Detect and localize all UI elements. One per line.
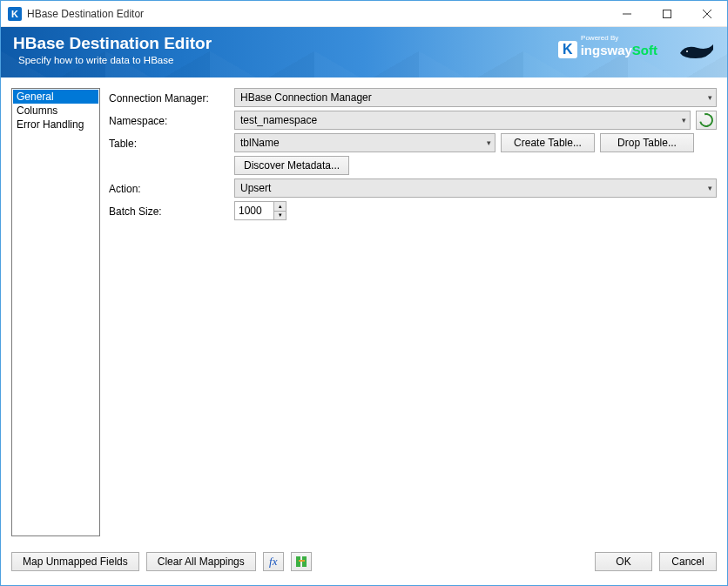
app-icon: K: [8, 7, 22, 21]
svg-rect-1: [664, 10, 671, 17]
svg-point-4: [686, 51, 688, 52]
form-panel: Connection Manager: HBase Connection Man…: [109, 88, 717, 536]
footer: Map Unmapped Fields Clear All Mappings f…: [1, 547, 727, 585]
banner: HBase Destination Editor Specify how to …: [1, 27, 727, 77]
column-mapping-button[interactable]: [291, 552, 312, 571]
clear-all-mappings-button[interactable]: Clear All Mappings: [146, 552, 256, 571]
whale-icon: [678, 41, 715, 64]
content: General Columns Error Handling Connectio…: [1, 77, 727, 547]
namespace-value: test_namespace: [240, 114, 317, 126]
chevron-down-icon: ▾: [682, 116, 686, 125]
maximize-button[interactable]: [647, 1, 687, 27]
connection-manager-value: HBase Connection Manager: [240, 91, 372, 104]
cancel-button[interactable]: Cancel: [659, 552, 717, 571]
nav-item-error-handling[interactable]: Error Handling: [13, 118, 98, 131]
minimize-button[interactable]: [607, 1, 647, 27]
namespace-dropdown[interactable]: test_namespace ▾: [234, 111, 691, 130]
maximize-icon: [663, 10, 671, 18]
nav-list[interactable]: General Columns Error Handling: [11, 88, 100, 536]
create-table-button[interactable]: Create Table...: [501, 133, 595, 152]
batch-size-value: 1000: [239, 205, 262, 217]
refresh-namespace-button[interactable]: [696, 111, 717, 130]
connection-manager-dropdown[interactable]: HBase Connection Manager ▾: [234, 88, 717, 107]
batch-size-label: Batch Size:: [109, 204, 229, 218]
action-value: Upsert: [240, 182, 271, 194]
map-unmapped-fields-button[interactable]: Map Unmapped Fields: [11, 552, 139, 571]
chevron-down-icon: ▾: [708, 184, 712, 192]
action-dropdown[interactable]: Upsert ▾: [234, 178, 717, 198]
table-value: tblName: [240, 137, 280, 149]
close-icon: [703, 10, 711, 18]
titlebar: K HBase Destination Editor: [1, 1, 727, 27]
action-label: Action:: [109, 181, 229, 195]
mapping-icon: [296, 556, 307, 567]
spin-up-icon[interactable]: ▴: [274, 202, 286, 212]
window-title: HBase Destination Editor: [27, 8, 144, 20]
ok-button[interactable]: OK: [595, 552, 652, 571]
discover-metadata-button[interactable]: Discover Metadata...: [234, 156, 349, 175]
table-dropdown[interactable]: tblName ▾: [234, 133, 495, 152]
chevron-down-icon: ▾: [487, 138, 491, 147]
close-button[interactable]: [687, 1, 727, 27]
namespace-label: Namespace:: [109, 113, 229, 127]
brand-text: ingswaySoft: [581, 44, 657, 57]
fx-icon: fx: [269, 555, 277, 569]
spacer: [109, 165, 229, 166]
chevron-down-icon: ▾: [708, 93, 712, 102]
nav-item-general[interactable]: General: [13, 90, 98, 104]
minimize-icon: [623, 10, 631, 18]
brand-k-icon: K: [558, 41, 577, 58]
spin-down-icon[interactable]: ▾: [274, 212, 286, 220]
conn-label: Connection Manager:: [109, 91, 229, 104]
drop-table-button[interactable]: Drop Table...: [600, 133, 694, 152]
refresh-icon: [699, 113, 713, 127]
table-label: Table:: [109, 136, 229, 150]
batch-size-input[interactable]: 1000 ▴ ▾: [234, 201, 286, 220]
nav-item-columns[interactable]: Columns: [13, 104, 98, 118]
powered-by-label: Powered By: [581, 35, 618, 42]
brand-logo: K Powered By ingswaySoft: [558, 41, 657, 58]
expression-button[interactable]: fx: [263, 552, 284, 571]
